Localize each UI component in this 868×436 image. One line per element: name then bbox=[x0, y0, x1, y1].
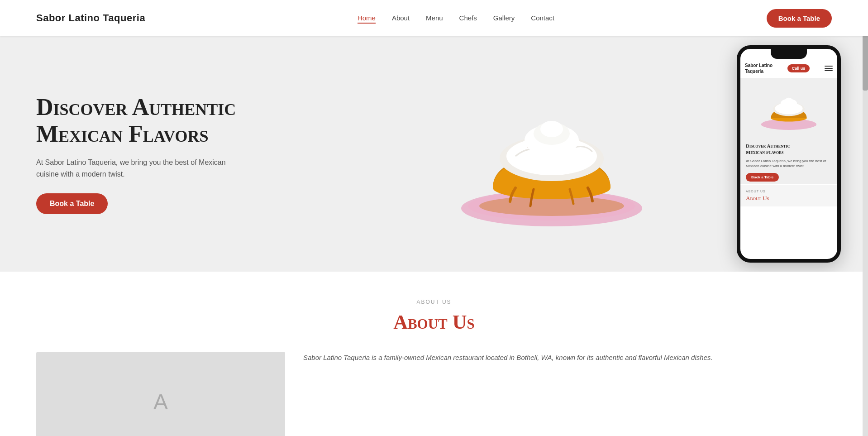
mockup-about-title: About Us bbox=[746, 195, 832, 202]
hero-title-line2: Mexican Flavors bbox=[36, 121, 209, 147]
mockup-hamburger-icon[interactable] bbox=[825, 66, 833, 71]
about-image: A bbox=[36, 352, 285, 436]
about-image-letter: A bbox=[153, 389, 168, 414]
mobile-mockup: Sabor Latino Taqueria Call us bbox=[737, 45, 841, 263]
hero-section: Discover Authentic Mexican Flavors At Sa… bbox=[0, 36, 868, 272]
about-title: About Us bbox=[36, 311, 832, 334]
hero-title-line1: Discover Authentic bbox=[36, 94, 236, 120]
hero-image-area: Sabor Latino Taqueria Call us bbox=[272, 63, 832, 244]
mockup-content: Discover Authentic Mexican Flavors At Sa… bbox=[740, 137, 837, 184]
flan-image bbox=[457, 72, 647, 235]
mockup-about-section: About Us About Us bbox=[740, 185, 837, 206]
mockup-logo-line1: Sabor Latino bbox=[745, 63, 773, 68]
about-label: About Us bbox=[36, 299, 832, 305]
nav-item-contact[interactable]: Contact bbox=[531, 14, 554, 22]
nav-link-contact[interactable]: Contact bbox=[531, 14, 554, 22]
scrollbar[interactable] bbox=[863, 0, 868, 436]
hero-description: At Sabor Latino Taqueria, we bring you t… bbox=[36, 157, 226, 180]
mockup-flan-area bbox=[740, 78, 837, 137]
nav-link-chefs[interactable]: Chefs bbox=[459, 14, 477, 22]
mockup-call-button[interactable]: Call us bbox=[787, 64, 810, 72]
mockup-flan-svg bbox=[759, 83, 818, 133]
hero-content: Discover Authentic Mexican Flavors At Sa… bbox=[36, 94, 272, 215]
mockup-title-line2: Mexican Flavors bbox=[746, 149, 784, 155]
nav-item-gallery[interactable]: Gallery bbox=[493, 14, 515, 22]
svg-point-25 bbox=[785, 98, 792, 103]
mockup-logo-line2: Taqueria bbox=[745, 69, 763, 74]
mockup-about-label: About Us bbox=[746, 190, 832, 193]
svg-point-16 bbox=[540, 121, 563, 137]
nav-link-home[interactable]: Home bbox=[358, 14, 376, 24]
nav-list: Home About Menu Chefs Gallery Contact bbox=[358, 14, 554, 22]
main-nav: Home About Menu Chefs Gallery Contact bbox=[358, 14, 554, 22]
header-book-button[interactable]: Book a Table bbox=[767, 9, 832, 28]
mockup-header: Sabor Latino Taqueria Call us bbox=[740, 59, 837, 78]
hero-book-button[interactable]: Book a Table bbox=[36, 193, 108, 214]
nav-item-chefs[interactable]: Chefs bbox=[459, 14, 477, 22]
nav-item-about[interactable]: About bbox=[392, 14, 410, 22]
mockup-book-button[interactable]: Book a Table bbox=[746, 173, 779, 182]
mockup-title-line1: Discover Authentic bbox=[746, 143, 790, 149]
about-section: About Us About Us A Sabor Latino Taqueri… bbox=[0, 272, 868, 436]
nav-item-menu[interactable]: Menu bbox=[426, 14, 443, 22]
about-body-text: Sabor Latino Taqueria is a family-owned … bbox=[303, 352, 832, 364]
header: Sabor Latino Taqueria Home About Menu Ch… bbox=[0, 0, 868, 36]
mockup-notch bbox=[771, 49, 807, 59]
about-content: A Sabor Latino Taqueria is a family-owne… bbox=[36, 352, 832, 436]
nav-link-menu[interactable]: Menu bbox=[426, 14, 443, 22]
nav-link-about[interactable]: About bbox=[392, 14, 410, 22]
hero-title: Discover Authentic Mexican Flavors bbox=[36, 94, 272, 148]
nav-item-home[interactable]: Home bbox=[358, 14, 376, 22]
mockup-hero-desc: At Sabor Latino Taqueria, we bring you t… bbox=[746, 158, 832, 168]
site-logo: Sabor Latino Taqueria bbox=[36, 12, 145, 24]
flan-svg bbox=[457, 72, 647, 235]
mockup-hero-title: Discover Authentic Mexican Flavors bbox=[746, 143, 832, 156]
mockup-logo: Sabor Latino Taqueria bbox=[745, 62, 773, 74]
nav-link-gallery[interactable]: Gallery bbox=[493, 14, 515, 22]
